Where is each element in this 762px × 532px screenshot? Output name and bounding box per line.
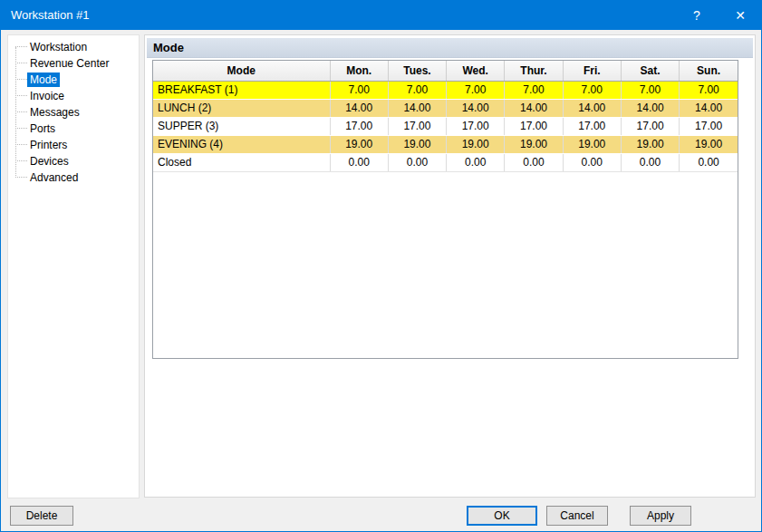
sidebar-item-printers[interactable]: Printers bbox=[8, 137, 139, 153]
sidebar-item-ports[interactable]: Ports bbox=[8, 121, 139, 137]
tree-connector bbox=[15, 169, 27, 178]
mode-cell[interactable]: LUNCH (2) bbox=[153, 99, 330, 117]
schedule-cell[interactable]: 7.00 bbox=[447, 81, 505, 99]
schedule-cell[interactable]: 19.00 bbox=[330, 135, 388, 153]
title-bar: Workstation #1 ? ✕ bbox=[1, 1, 761, 30]
schedule-cell[interactable]: 0.00 bbox=[505, 153, 563, 171]
main-panel: Mode ModeMon.Tues.Wed.Thur.Fri.Sat.Sun. … bbox=[144, 34, 756, 498]
table-row: BREAKFAST (1)7.007.007.007.007.007.007.0… bbox=[153, 81, 738, 99]
sidebar-tree: WorkstationRevenue CenterModeInvoiceMess… bbox=[7, 34, 140, 498]
sidebar-item-devices[interactable]: Devices bbox=[8, 153, 139, 169]
dialog-window: Workstation #1 ? ✕ WorkstationRevenue Ce… bbox=[0, 0, 762, 532]
tree-connector bbox=[15, 88, 27, 96]
schedule-cell[interactable]: 17.00 bbox=[447, 117, 505, 135]
column-header-wed: Wed. bbox=[447, 61, 505, 81]
sidebar-item-advanced[interactable]: Advanced bbox=[8, 169, 139, 186]
schedule-cell[interactable]: 7.00 bbox=[330, 81, 388, 99]
table-row: LUNCH (2)14.0014.0014.0014.0014.0014.001… bbox=[153, 99, 738, 117]
schedule-cell[interactable]: 7.00 bbox=[563, 81, 621, 99]
help-button[interactable]: ? bbox=[683, 1, 710, 30]
column-header-thur: Thur. bbox=[505, 61, 563, 81]
tree-connector bbox=[15, 39, 27, 47]
schedule-cell[interactable]: 0.00 bbox=[680, 153, 738, 171]
tree-connector bbox=[15, 72, 27, 80]
schedule-cell[interactable]: 7.00 bbox=[505, 81, 563, 99]
tree-connector bbox=[15, 137, 27, 145]
schedule-cell[interactable]: 14.00 bbox=[621, 99, 679, 117]
schedule-cell[interactable]: 19.00 bbox=[388, 135, 446, 153]
sidebar-item-label: Printers bbox=[27, 138, 70, 152]
schedule-cell[interactable]: 14.00 bbox=[447, 99, 505, 117]
schedule-cell[interactable]: 17.00 bbox=[330, 117, 388, 135]
schedule-cell[interactable]: 19.00 bbox=[621, 135, 679, 153]
close-icon: ✕ bbox=[735, 8, 746, 23]
tree-connector bbox=[15, 104, 27, 112]
schedule-cell[interactable]: 17.00 bbox=[388, 117, 446, 135]
column-header-mode: Mode bbox=[153, 61, 330, 81]
apply-button[interactable]: Apply bbox=[630, 506, 691, 526]
mode-schedule-table: ModeMon.Tues.Wed.Thur.Fri.Sat.Sun. BREAK… bbox=[153, 61, 738, 172]
schedule-cell[interactable]: 19.00 bbox=[447, 135, 505, 153]
sidebar-item-label: Messages bbox=[27, 105, 82, 120]
schedule-cell[interactable]: 0.00 bbox=[447, 153, 505, 171]
cancel-button[interactable]: Cancel bbox=[546, 506, 608, 526]
schedule-cell[interactable]: 17.00 bbox=[680, 117, 738, 135]
schedule-cell[interactable]: 14.00 bbox=[680, 99, 738, 117]
sidebar-item-revenue-center[interactable]: Revenue Center bbox=[8, 55, 139, 72]
sidebar-item-list: WorkstationRevenue CenterModeInvoiceMess… bbox=[8, 39, 139, 186]
tree-connector bbox=[15, 153, 27, 161]
column-header-mon: Mon. bbox=[330, 61, 388, 81]
sidebar-item-messages[interactable]: Messages bbox=[8, 104, 139, 121]
table-row: EVENING (4)19.0019.0019.0019.0019.0019.0… bbox=[153, 135, 738, 153]
schedule-cell[interactable]: 19.00 bbox=[680, 135, 738, 153]
sidebar-item-workstation[interactable]: Workstation bbox=[8, 39, 139, 55]
column-header-sat: Sat. bbox=[621, 61, 679, 81]
delete-button[interactable]: Delete bbox=[10, 506, 73, 526]
sidebar-item-label: Mode bbox=[27, 73, 60, 87]
sidebar-item-label: Invoice bbox=[27, 89, 67, 103]
tree-connector bbox=[15, 121, 27, 129]
schedule-cell[interactable]: 0.00 bbox=[388, 153, 446, 171]
column-header-tues: Tues. bbox=[388, 61, 446, 81]
schedule-cell[interactable]: 14.00 bbox=[388, 99, 446, 117]
mode-cell[interactable]: SUPPER (3) bbox=[153, 117, 330, 135]
column-header-sun: Sun. bbox=[680, 61, 738, 81]
schedule-cell[interactable]: 14.00 bbox=[330, 99, 388, 117]
sidebar-item-label: Devices bbox=[27, 154, 72, 169]
column-header-fri: Fri. bbox=[563, 61, 621, 81]
help-icon: ? bbox=[693, 8, 700, 23]
schedule-cell[interactable]: 19.00 bbox=[505, 135, 563, 153]
schedule-cell[interactable]: 0.00 bbox=[563, 153, 621, 171]
close-button[interactable]: ✕ bbox=[727, 1, 754, 30]
schedule-cell[interactable]: 17.00 bbox=[563, 117, 621, 135]
schedule-cell[interactable]: 17.00 bbox=[621, 117, 679, 135]
ok-button[interactable]: OK bbox=[467, 506, 537, 526]
schedule-cell[interactable]: 7.00 bbox=[388, 81, 446, 99]
schedule-grid: ModeMon.Tues.Wed.Thur.Fri.Sat.Sun. BREAK… bbox=[152, 60, 738, 359]
sidebar-item-mode[interactable]: Mode bbox=[8, 72, 139, 88]
sidebar-item-label: Ports bbox=[27, 121, 58, 136]
schedule-cell[interactable]: 14.00 bbox=[563, 99, 621, 117]
schedule-cell[interactable]: 19.00 bbox=[563, 135, 621, 153]
tree-connector bbox=[15, 55, 27, 63]
mode-cell[interactable]: BREAKFAST (1) bbox=[153, 81, 330, 99]
table-row: Closed0.000.000.000.000.000.000.00 bbox=[153, 153, 738, 171]
schedule-cell[interactable]: 7.00 bbox=[680, 81, 738, 99]
mode-cell[interactable]: Closed bbox=[153, 153, 330, 171]
page-title: Mode bbox=[147, 38, 753, 58]
schedule-cell[interactable]: 0.00 bbox=[621, 153, 679, 171]
sidebar-item-label: Advanced bbox=[27, 170, 81, 185]
table-row: SUPPER (3)17.0017.0017.0017.0017.0017.00… bbox=[153, 117, 738, 135]
sidebar-item-invoice[interactable]: Invoice bbox=[8, 88, 139, 104]
schedule-cell[interactable]: 7.00 bbox=[621, 81, 679, 99]
schedule-cell[interactable]: 0.00 bbox=[330, 153, 388, 171]
window-title: Workstation #1 bbox=[11, 1, 89, 30]
mode-cell[interactable]: EVENING (4) bbox=[153, 135, 330, 153]
table-header-row: ModeMon.Tues.Wed.Thur.Fri.Sat.Sun. bbox=[153, 61, 738, 81]
schedule-cell[interactable]: 17.00 bbox=[505, 117, 563, 135]
sidebar-item-label: Workstation bbox=[27, 40, 90, 54]
sidebar-item-label: Revenue Center bbox=[27, 56, 111, 71]
schedule-cell[interactable]: 14.00 bbox=[505, 99, 563, 117]
